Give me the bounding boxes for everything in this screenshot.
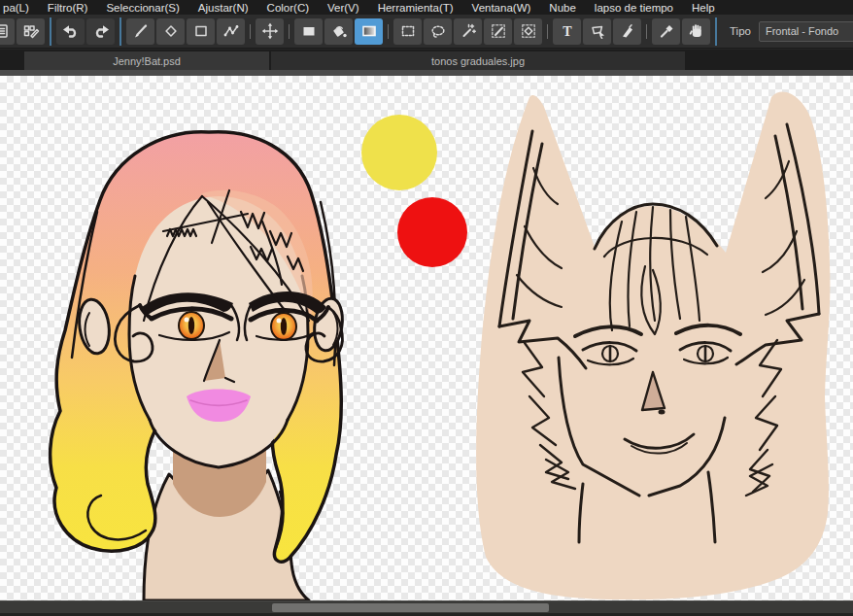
magic-wand-tool-button[interactable] xyxy=(454,18,482,45)
undo-button[interactable] xyxy=(56,18,85,45)
select-eraser-tool-button[interactable] xyxy=(514,18,542,45)
gradient-icon xyxy=(360,22,378,40)
menu-bar: pa(L) Filtro(R) Seleccionar(S) Ajustar(N… xyxy=(0,0,853,15)
girl-artwork xyxy=(51,132,346,600)
menu-item-ventana[interactable]: Ventana(W) xyxy=(472,2,531,14)
toolbar-separator xyxy=(715,17,717,46)
eraser-tool-button[interactable] xyxy=(156,18,185,45)
rectangle-icon xyxy=(192,22,210,40)
tab-tonos-graduales-jpg[interactable]: tonos graduales.jpg xyxy=(271,51,685,70)
pen-knife-tool-button[interactable] xyxy=(613,18,641,45)
object-select-icon xyxy=(589,22,606,40)
toolbar-separator xyxy=(547,24,548,39)
toolbar: T Tip xyxy=(0,15,853,49)
red-swatch-circle xyxy=(397,197,467,267)
layers-edit-icon xyxy=(22,22,40,40)
menu-item-ajustar[interactable]: Ajustar(N) xyxy=(198,2,249,14)
horizontal-scrollbar[interactable] xyxy=(0,600,853,616)
select-lasso-tool-button[interactable] xyxy=(424,18,452,45)
brush-icon xyxy=(132,22,150,40)
tipo-label: Tipo xyxy=(730,25,751,37)
fill-rect-tool-button[interactable] xyxy=(294,18,323,45)
select-rect-tool-button[interactable] xyxy=(393,18,422,45)
eraser-icon xyxy=(162,22,180,40)
lasso-select-icon xyxy=(429,22,447,40)
polyline-icon xyxy=(222,22,240,40)
cat-artwork xyxy=(476,91,830,599)
toolbar-separator xyxy=(646,24,647,39)
panels-button[interactable] xyxy=(0,18,15,45)
shape-rect-tool-button[interactable] xyxy=(187,18,215,45)
toolbar-separator xyxy=(119,17,121,46)
menu-item-herramienta[interactable]: Herramienta(T) xyxy=(378,2,454,14)
filled-square-icon xyxy=(300,22,318,40)
artwork-layer xyxy=(0,76,853,600)
layers-edit-button[interactable] xyxy=(17,18,45,45)
select-eraser-icon xyxy=(520,22,537,40)
redo-button[interactable] xyxy=(86,18,115,45)
paint-bucket-icon xyxy=(330,22,348,40)
canvas-area[interactable] xyxy=(0,76,853,600)
undo-icon xyxy=(61,22,81,40)
select-pen-tool-button[interactable] xyxy=(484,18,512,45)
menu-item-filtro[interactable]: Filtro(R) xyxy=(48,2,88,14)
paint-bucket-tool-button[interactable] xyxy=(324,18,353,45)
app-window: pa(L) Filtro(R) Seleccionar(S) Ajustar(N… xyxy=(0,0,853,616)
document-tab-bar: Jenny!Bat.psd tonos graduales.jpg xyxy=(0,50,853,70)
menu-item-capa[interactable]: pa(L) xyxy=(3,2,29,14)
menu-item-lapso-de-tiempo[interactable]: lapso de tiempo xyxy=(595,2,673,14)
svg-text:T: T xyxy=(563,24,572,39)
tab-jenny-bat-psd[interactable]: Jenny!Bat.psd xyxy=(24,51,269,70)
text-tool-button[interactable]: T xyxy=(553,18,581,45)
text-icon: T xyxy=(559,22,576,40)
select-pen-icon xyxy=(490,22,507,40)
menu-item-seleccionar[interactable]: Seleccionar(S) xyxy=(106,2,179,14)
menu-item-ver[interactable]: Ver(V) xyxy=(327,2,359,14)
polyline-tool-button[interactable] xyxy=(217,18,245,45)
pen-knife-icon xyxy=(619,22,636,40)
eyedropper-tool-button[interactable] xyxy=(652,18,680,45)
move-icon xyxy=(261,22,279,40)
yellow-swatch-circle xyxy=(361,115,437,190)
blend-mode-value: Frontal - Fondo xyxy=(766,25,838,37)
brush-tool-button[interactable] xyxy=(126,18,154,45)
toolbar-separator xyxy=(50,17,51,46)
toolbar-separator xyxy=(388,24,389,39)
object-select-tool-button[interactable] xyxy=(583,18,611,45)
hand-icon xyxy=(688,22,705,40)
gradient-tool-button[interactable] xyxy=(355,18,383,45)
magic-wand-icon xyxy=(460,22,477,40)
redo-icon xyxy=(91,22,111,40)
blend-mode-dropdown[interactable]: Frontal - Fondo xyxy=(759,21,853,42)
toolbar-separator xyxy=(289,24,290,39)
toolbar-separator xyxy=(250,24,251,39)
marquee-select-icon xyxy=(399,22,417,40)
menu-item-help[interactable]: Help xyxy=(692,2,715,14)
eyedropper-icon xyxy=(658,22,675,40)
panels-icon xyxy=(0,22,10,40)
menu-item-nube[interactable]: Nube xyxy=(549,2,576,14)
move-tool-button[interactable] xyxy=(256,18,284,45)
horizontal-scrollbar-thumb[interactable] xyxy=(272,603,549,612)
menu-item-color[interactable]: Color(C) xyxy=(267,2,309,14)
hand-tool-button[interactable] xyxy=(682,18,710,45)
